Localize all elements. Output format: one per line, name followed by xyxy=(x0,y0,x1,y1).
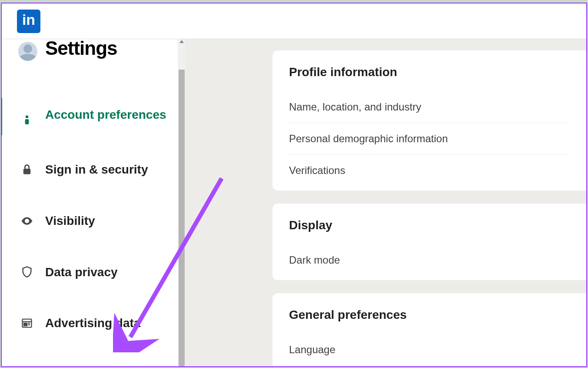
sidebar-item-label: Sign in & security xyxy=(45,161,148,178)
row-language[interactable]: Language xyxy=(289,334,569,365)
sidebar-item-visibility[interactable]: Visibility xyxy=(2,204,178,238)
settings-header: Settings xyxy=(2,39,178,61)
card-general-preferences: General preferences Language Content lan… xyxy=(272,293,586,366)
sidebar-item-notifications[interactable]: Notifications xyxy=(2,358,178,366)
sidebar-nav: Account preferences Sign in & security V… xyxy=(2,98,178,366)
content-area: Settings Account preferences Sign in & s… xyxy=(2,39,586,366)
row-content-language[interactable]: Content language xyxy=(289,365,569,366)
person-icon xyxy=(20,113,34,127)
svg-rect-1 xyxy=(25,119,29,124)
main-panel: Profile information Name, location, and … xyxy=(186,39,586,366)
svg-rect-6 xyxy=(24,323,27,326)
sidebar-item-label: Advertising data xyxy=(45,315,140,331)
app-frame: in Settings Account preferences xyxy=(1,3,587,367)
svg-rect-2 xyxy=(23,169,30,174)
scrollbar[interactable] xyxy=(178,39,186,366)
scroll-up-icon[interactable] xyxy=(179,40,184,43)
sidebar-item-label: Visibility xyxy=(45,213,95,229)
row-personal-demographic[interactable]: Personal demographic information xyxy=(289,123,569,154)
card-title: Display xyxy=(289,218,569,232)
row-verifications[interactable]: Verifications xyxy=(289,154,569,186)
sidebar-item-data-privacy[interactable]: Data privacy xyxy=(2,255,178,289)
newspaper-icon xyxy=(20,316,34,330)
row-dark-mode[interactable]: Dark mode xyxy=(289,244,569,276)
sidebar-item-label: Account preferences xyxy=(45,107,166,123)
scrollbar-thumb[interactable] xyxy=(179,70,185,366)
sidebar-item-account-preferences[interactable]: Account preferences xyxy=(2,98,178,135)
card-display: Display Dark mode xyxy=(272,204,586,280)
sidebar: Settings Account preferences Sign in & s… xyxy=(2,39,178,366)
row-name-location-industry[interactable]: Name, location, and industry xyxy=(289,91,569,123)
avatar[interactable] xyxy=(18,42,37,61)
svg-point-3 xyxy=(26,220,28,222)
linkedin-logo[interactable]: in xyxy=(17,10,40,33)
sidebar-item-label: Data privacy xyxy=(45,264,118,281)
lock-icon xyxy=(20,163,34,177)
card-title: General preferences xyxy=(289,308,569,322)
card-profile-information: Profile information Name, location, and … xyxy=(272,50,586,191)
eye-icon xyxy=(20,214,34,228)
topbar: in xyxy=(2,3,586,39)
svg-point-0 xyxy=(26,115,29,118)
page-title: Settings xyxy=(45,39,117,59)
sidebar-item-sign-in-security[interactable]: Sign in & security xyxy=(2,153,178,187)
card-title: Profile information xyxy=(289,65,569,79)
shield-icon xyxy=(20,265,34,279)
sidebar-item-advertising-data[interactable]: Advertising data xyxy=(2,306,178,340)
